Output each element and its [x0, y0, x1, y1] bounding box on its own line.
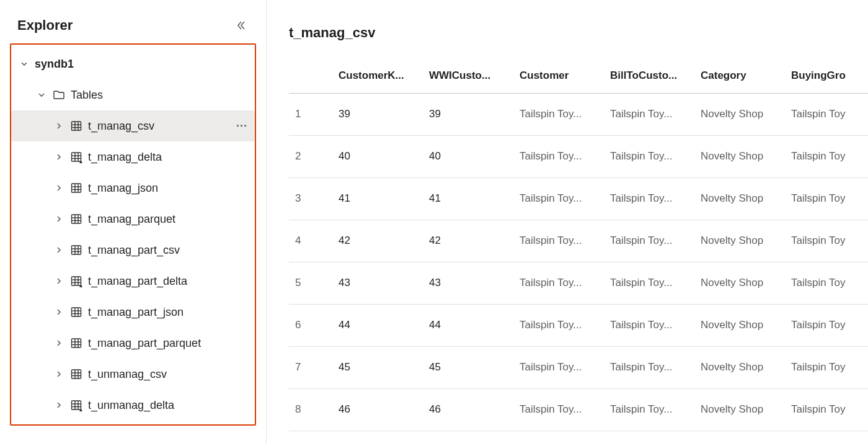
tree-table-item[interactable]: t_unmanag_csv [11, 359, 255, 390]
table-cell: Tailspin Toy... [604, 93, 694, 135]
table-header-cell[interactable]: CustomerK... [332, 58, 423, 93]
tree-table-label: t_manag_part_delta [88, 275, 255, 288]
tree-table-list: t_manag_csv···t_manag_deltat_manag_jsont… [11, 110, 255, 421]
table-cell: 41 [332, 177, 423, 220]
tree-table-label: t_manag_part_json [88, 306, 255, 319]
table-cell: Tailspin Toy [785, 177, 868, 220]
table-cell: Tailspin Toy [785, 135, 868, 177]
table-header-cell[interactable]: Category [694, 58, 785, 93]
table-cell: 45 [423, 346, 513, 388]
data-table: CustomerK...WWICusto...CustomerBillToCus… [289, 58, 868, 431]
row-number-cell: 7 [289, 346, 332, 388]
chevron-right-icon [53, 401, 64, 409]
table-cell: 46 [332, 388, 423, 431]
table-row[interactable]: 74545Tailspin Toy...Tailspin Toy...Novel… [289, 346, 868, 388]
svg-rect-30 [72, 308, 81, 316]
tree-database[interactable]: syndb1 [11, 48, 255, 79]
svg-rect-15 [72, 215, 81, 223]
table-header-cell[interactable]: BuyingGro [785, 58, 868, 93]
table-cell: Tailspin Toy... [513, 177, 604, 220]
table-cell: Tailspin Toy [785, 93, 868, 135]
table-cell: 45 [332, 346, 423, 388]
tree-database-label: syndb1 [35, 58, 255, 71]
table-icon [69, 120, 83, 132]
table-cell: Tailspin Toy... [513, 93, 604, 135]
explorer-panel: Explorer syndb1 [0, 0, 267, 443]
table-icon [69, 337, 83, 349]
table-cell: Tailspin Toy [785, 304, 868, 346]
tree-table-label: t_manag_csv [88, 120, 230, 133]
table-body: 13939Tailspin Toy...Tailspin Toy...Novel… [289, 93, 868, 431]
tree-table-item[interactable]: t_manag_part_delta [11, 266, 255, 297]
tree-table-item[interactable]: t_manag_part_parquet [11, 328, 255, 359]
svg-rect-10 [72, 184, 81, 192]
table-cell: Tailspin Toy... [513, 388, 604, 431]
table-delta-icon [69, 151, 83, 163]
tree-table-item[interactable]: t_manag_delta [11, 141, 255, 172]
table-header-cell[interactable]: Customer [513, 58, 604, 93]
chevron-double-left-icon [236, 20, 246, 30]
tree-table-label: t_unmanag_delta [88, 399, 255, 412]
more-actions-button[interactable]: ··· [235, 120, 255, 133]
tree-table-item[interactable]: t_manag_parquet [11, 204, 255, 235]
table-cell: 41 [423, 177, 513, 220]
table-cell: Tailspin Toy [785, 220, 868, 262]
tree-table-item[interactable]: t_unmanag_delta [11, 390, 255, 421]
svg-rect-5 [72, 153, 81, 161]
table-cell: 40 [332, 135, 423, 177]
row-number-cell: 4 [289, 220, 332, 262]
chevron-down-icon [19, 60, 30, 68]
explorer-tree: syndb1 Tables t_manag_csv···t_manag_delt… [11, 45, 255, 424]
table-cell: 42 [423, 220, 513, 262]
table-row[interactable]: 54343Tailspin Toy...Tailspin Toy...Novel… [289, 262, 868, 304]
table-cell: Tailspin Toy... [513, 262, 604, 304]
chevron-right-icon [53, 339, 64, 347]
tree-table-label: t_manag_delta [88, 151, 255, 164]
chevron-right-icon [53, 277, 64, 285]
table-header-cell[interactable]: WWICusto... [423, 58, 513, 93]
table-cell: 44 [423, 304, 513, 346]
tree-table-label: t_manag_parquet [88, 213, 255, 226]
table-row[interactable]: 24040Tailspin Toy...Tailspin Toy...Novel… [289, 135, 868, 177]
row-number-cell: 3 [289, 177, 332, 220]
tree-table-label: t_manag_part_csv [88, 244, 255, 257]
table-cell: Tailspin Toy... [604, 346, 694, 388]
table-title: t_manag_csv [289, 25, 868, 41]
row-number-cell: 8 [289, 388, 332, 431]
row-number-cell: 6 [289, 304, 332, 346]
tree-table-item[interactable]: t_manag_json [11, 172, 255, 204]
main-panel: t_manag_csv CustomerK...WWICusto...Custo… [267, 0, 868, 443]
row-number-cell: 5 [289, 262, 332, 304]
tree-tables-folder[interactable]: Tables [11, 79, 255, 110]
table-cell: Novelty Shop [694, 262, 785, 304]
table-row[interactable]: 44242Tailspin Toy...Tailspin Toy...Novel… [289, 220, 868, 262]
table-header-cell[interactable]: BillToCusto... [604, 58, 694, 93]
table-cell: 39 [332, 93, 423, 135]
table-header-row: CustomerK...WWICusto...CustomerBillToCus… [289, 58, 868, 93]
table-cell: Novelty Shop [694, 177, 785, 220]
collapse-panel-button[interactable] [234, 18, 249, 33]
table-icon [69, 244, 83, 256]
table-row[interactable]: 34141Tailspin Toy...Tailspin Toy...Novel… [289, 177, 868, 220]
tree-table-item[interactable]: t_manag_part_csv [11, 235, 255, 266]
table-icon [69, 368, 83, 380]
table-row[interactable]: 13939Tailspin Toy...Tailspin Toy...Novel… [289, 93, 868, 135]
table-cell: Tailspin Toy... [604, 177, 694, 220]
table-cell: Tailspin Toy... [513, 304, 604, 346]
table-cell: Tailspin Toy... [513, 220, 604, 262]
highlight-box: syndb1 Tables t_manag_csv···t_manag_delt… [10, 43, 256, 426]
table-cell: 46 [423, 388, 513, 431]
table-row[interactable]: 84646Tailspin Toy...Tailspin Toy...Novel… [289, 388, 868, 431]
svg-rect-45 [72, 401, 81, 409]
table-cell: 43 [332, 262, 423, 304]
table-cell: 39 [423, 93, 513, 135]
table-cell: Tailspin Toy... [604, 388, 694, 431]
tree-table-item[interactable]: t_manag_csv··· [11, 110, 255, 141]
folder-icon [52, 89, 66, 101]
chevron-right-icon [53, 370, 64, 378]
table-cell: Novelty Shop [694, 346, 785, 388]
tree-table-item[interactable]: t_manag_part_json [11, 297, 255, 328]
svg-rect-35 [72, 339, 81, 347]
table-cell: Tailspin Toy [785, 346, 868, 388]
table-row[interactable]: 64444Tailspin Toy...Tailspin Toy...Novel… [289, 304, 868, 346]
